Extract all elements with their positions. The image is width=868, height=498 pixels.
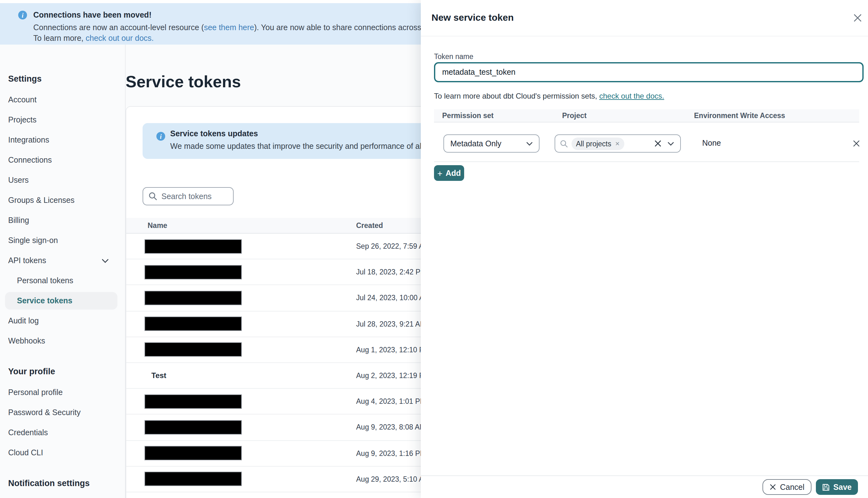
token-name-cell	[126, 472, 356, 486]
redacted-token-name	[144, 316, 242, 331]
drawer-header: New service token	[421, 0, 868, 36]
redacted-token-name	[144, 446, 242, 460]
token-name-cell	[126, 316, 356, 331]
sidebar-item-integrations[interactable]: Integrations	[0, 130, 125, 150]
banner-body-text: Connections are now an account-level res…	[33, 23, 204, 32]
sidebar-item-credentials[interactable]: Credentials	[0, 423, 125, 443]
sidebar-item-groups-licenses[interactable]: Groups & Licenses	[0, 190, 125, 210]
sidebar-item-projects[interactable]: Projects	[0, 110, 125, 130]
new-service-token-drawer: New service token Token name To learn mo…	[421, 0, 868, 498]
sidebar-profile-header: Your profile	[0, 366, 125, 377]
close-icon[interactable]	[852, 12, 863, 23]
add-button-label: Add	[446, 169, 461, 178]
drawer-footer: Cancel Save	[421, 475, 868, 498]
permission-help-text: To learn more about dbt Cloud's permissi…	[434, 92, 664, 101]
chip-label: All projects	[576, 140, 611, 147]
save-button[interactable]: Save	[816, 479, 858, 495]
chevron-down-icon[interactable]	[668, 142, 674, 145]
redacted-token-name	[144, 265, 242, 279]
redacted-token-name	[144, 343, 242, 357]
search-icon	[560, 140, 568, 147]
redacted-token-name	[144, 420, 242, 435]
permission-set-select[interactable]: Metadata Only	[444, 134, 540, 153]
cancel-button-label: Cancel	[780, 483, 805, 492]
plus-icon: +	[437, 169, 443, 178]
project-multiselect[interactable]: All projects ✕	[555, 134, 681, 153]
sidebar-item-users[interactable]: Users	[0, 170, 125, 190]
drawer-title: New service token	[432, 12, 514, 23]
redacted-token-name	[144, 239, 242, 253]
search-tokens-box[interactable]	[143, 187, 234, 205]
sidebar-item-cloud-cli[interactable]: Cloud CLI	[0, 443, 125, 463]
token-name-cell	[126, 291, 356, 305]
sidebar-item-password-security[interactable]: Password & Security	[0, 403, 125, 423]
check-out-the-docs-link[interactable]: check out the docs.	[599, 92, 664, 101]
sidebar-settings-header: Settings	[0, 74, 125, 85]
info-icon: i	[156, 132, 165, 141]
learn-more-text: To learn more,	[33, 34, 86, 43]
sidebar-item-personal-profile[interactable]: Personal profile	[0, 382, 125, 403]
redacted-token-name	[144, 291, 242, 305]
save-icon	[822, 483, 830, 491]
add-permission-button[interactable]: + Add	[434, 165, 464, 181]
token-name-text: Test	[144, 371, 167, 380]
page-title: Service tokens	[126, 72, 241, 92]
sidebar-item-billing[interactable]: Billing	[0, 210, 125, 231]
sidebar-item-service-tokens[interactable]: Service tokens	[5, 292, 117, 310]
sidebar-profile-group: Personal profile Password & Security Cre…	[0, 382, 125, 463]
token-name-cell	[126, 265, 356, 279]
token-name-label: Token name	[434, 53, 473, 60]
info-icon: i	[18, 11, 27, 19]
token-name-cell	[126, 239, 356, 253]
permission-row: Metadata Only All projects ✕ None	[434, 122, 859, 162]
sidebar-notification-header: Notification settings	[0, 478, 125, 489]
all-projects-chip[interactable]: All projects ✕	[571, 137, 624, 150]
token-name-cell	[126, 343, 356, 357]
search-icon	[149, 192, 157, 200]
permission-table-header: Permission set Project Environment Write…	[434, 109, 859, 122]
sidebar-item-webhooks[interactable]: Webhooks	[0, 331, 125, 351]
save-button-label: Save	[833, 483, 852, 492]
cancel-button[interactable]: Cancel	[762, 479, 812, 495]
sidebar-item-single-sign-on[interactable]: Single sign-on	[0, 231, 125, 251]
notice-title: Service tokens updates	[170, 129, 258, 139]
sidebar-item-audit-log[interactable]: Audit log	[0, 311, 125, 331]
chevron-down-icon	[102, 259, 109, 263]
check-out-docs-link[interactable]: check out our docs.	[86, 34, 154, 43]
env-write-access-value: None	[702, 139, 721, 147]
token-name-cell	[126, 394, 356, 408]
sidebar-item-connections[interactable]: Connections	[0, 150, 125, 170]
banner-learn-more: To learn more, check out our docs.	[33, 33, 154, 43]
see-them-here-link[interactable]: see them here	[204, 23, 254, 32]
help-text: To learn more about dbt Cloud's permissi…	[434, 92, 599, 101]
chip-remove-icon[interactable]: ✕	[615, 140, 620, 147]
column-header-env-write-access: Environment Write Access	[694, 112, 785, 119]
remove-row-icon[interactable]	[851, 138, 861, 148]
redacted-token-name	[144, 394, 242, 408]
column-header-project: Project	[562, 112, 587, 119]
settings-sidebar: Settings Account Projects Integrations C…	[0, 44, 126, 498]
permission-set-value: Metadata Only	[450, 139, 501, 148]
token-name-cell	[126, 420, 356, 435]
token-name-cell: Test	[126, 371, 356, 380]
clear-selection-icon[interactable]	[654, 140, 662, 147]
sidebar-item-account[interactable]: Account	[0, 90, 125, 110]
redacted-token-name	[144, 472, 242, 486]
chevron-down-icon	[526, 142, 532, 145]
banner-title: Connections have been moved!	[33, 10, 152, 20]
column-header-name: Name	[126, 222, 356, 229]
dbt-cloud-settings-page: i Connections have been moved! Connectio…	[0, 0, 868, 498]
column-header-permission-set: Permission set	[442, 112, 494, 119]
sidebar-item-personal-tokens[interactable]: Personal tokens	[0, 271, 125, 291]
sidebar-settings-group: Account Projects Integrations Connection…	[0, 90, 125, 351]
search-tokens-input[interactable]	[161, 192, 231, 201]
close-icon	[770, 484, 776, 490]
sidebar-item-api-tokens[interactable]: API tokens	[0, 251, 125, 271]
token-name-cell	[126, 446, 356, 460]
token-name-input[interactable]	[434, 62, 864, 82]
